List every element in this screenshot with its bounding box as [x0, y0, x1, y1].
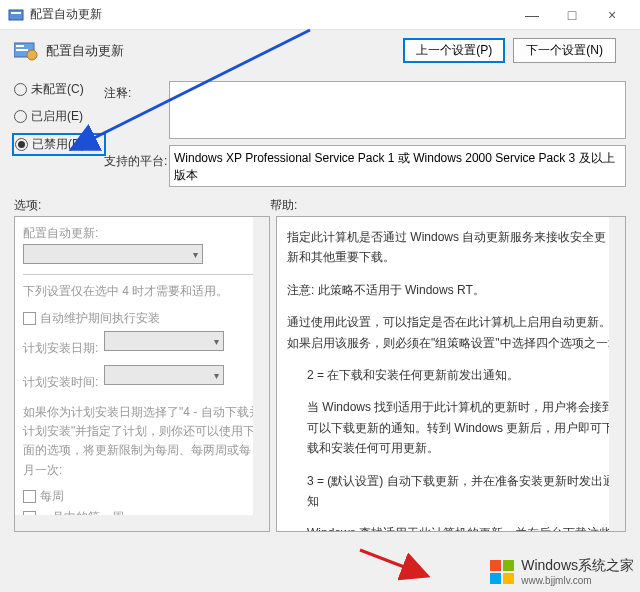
page-title: 配置自动更新 [46, 42, 403, 60]
radio-circle-icon [14, 83, 27, 96]
watermark-brand: Windows系统之家 [521, 557, 634, 575]
help-panel: 指定此计算机是否通过 Windows 自动更新服务来接收安全更新和其他重要下载。… [276, 216, 626, 532]
radio-label: 已启用(E) [31, 108, 83, 125]
install-time-label: 计划安装时间: [23, 374, 98, 391]
help-text: 当 Windows 找到适用于此计算机的更新时，用户将会接到可以下载更新的通知。… [287, 397, 615, 458]
install-date-label: 计划安装日期: [23, 340, 98, 357]
section-labels: 选项: 帮助: [0, 191, 640, 216]
help-text: 2 = 在下载和安装任何更新前发出通知。 [287, 365, 615, 385]
scrollbar-vertical[interactable] [609, 217, 625, 531]
svg-rect-1 [11, 12, 21, 14]
close-button[interactable]: × [592, 0, 632, 30]
platform-textarea [169, 145, 626, 187]
svg-rect-0 [9, 10, 23, 20]
options-paragraph: 如果你为计划安装日期选择了"4 - 自动下载并计划安装"并指定了计划，则你还可以… [23, 403, 261, 480]
help-text: 3 = (默认设置) 自动下载更新，并在准备安装更新时发出通知 [287, 471, 615, 512]
state-radios: 未配置(C) 已启用(E) 已禁用(D) [14, 75, 104, 154]
app-icon [8, 7, 24, 23]
checkbox-icon [23, 490, 36, 503]
svg-point-5 [27, 50, 37, 60]
svg-rect-3 [16, 45, 24, 47]
platform-label: 支持的平台: [104, 149, 169, 173]
annotation-arrow-red [355, 545, 445, 585]
options-label: 选项: [14, 197, 270, 214]
svg-rect-4 [16, 49, 28, 51]
nav-buttons: 上一个设置(P) 下一个设置(N) [403, 38, 616, 63]
checkbox-weekly[interactable]: 每周 [23, 488, 261, 505]
checkbox-maintenance[interactable]: 自动维护期间执行安装 [23, 310, 261, 327]
field-labels: 注释: 支持的平台: [104, 75, 169, 173]
prev-setting-button[interactable]: 上一个设置(P) [403, 38, 505, 63]
help-text: 指定此计算机是否通过 Windows 自动更新服务来接收安全更新和其他重要下载。 [287, 227, 615, 268]
window-title: 配置自动更新 [30, 6, 512, 23]
radio-not-configured[interactable]: 未配置(C) [14, 81, 104, 98]
svg-rect-8 [490, 560, 501, 571]
titlebar: 配置自动更新 — □ × [0, 0, 640, 30]
svg-line-7 [360, 550, 425, 575]
chevron-down-icon: ▾ [193, 249, 198, 260]
panels: 配置自动更新: ▾ 下列设置仅在选中 4 时才需要和适用。 自动维护期间执行安装… [0, 216, 640, 532]
help-text: 通过使用此设置，可以指定是否在此计算机上启用自动更新。如果启用该服务，则必须在"… [287, 312, 615, 353]
help-text: Windows 查找适用于此计算机的更新，并在后台下载这些更新（在此过程中，用户… [287, 523, 615, 532]
minimize-button[interactable]: — [512, 0, 552, 30]
checkbox-label: 每周 [40, 488, 64, 505]
radio-label: 未配置(C) [31, 81, 84, 98]
options-note: 下列设置仅在选中 4 时才需要和适用。 [23, 283, 261, 300]
scrollbar-vertical[interactable] [253, 217, 269, 531]
config-row: 未配置(C) 已启用(E) 已禁用(D) 注释: 支持的平台: [0, 71, 640, 191]
maximize-button[interactable]: □ [552, 0, 592, 30]
watermark-text: Windows系统之家 www.bjjmlv.com [521, 557, 634, 586]
window-controls: — □ × [512, 0, 632, 30]
radio-circle-icon [14, 110, 27, 123]
svg-rect-10 [490, 573, 501, 584]
windows-logo-icon [488, 558, 516, 586]
options-title: 配置自动更新: [23, 225, 261, 242]
comment-label: 注释: [104, 81, 169, 105]
install-time-combo[interactable]: ▾ [104, 365, 224, 385]
install-date-combo[interactable]: ▾ [104, 331, 224, 351]
field-values [169, 75, 626, 187]
policy-icon [14, 41, 38, 61]
chevron-down-icon: ▾ [214, 336, 219, 347]
options-panel: 配置自动更新: ▾ 下列设置仅在选中 4 时才需要和适用。 自动维护期间执行安装… [14, 216, 270, 532]
svg-rect-9 [503, 560, 514, 571]
radio-label: 已禁用(D) [32, 136, 85, 153]
chevron-down-icon: ▾ [214, 370, 219, 381]
header: 配置自动更新 上一个设置(P) 下一个设置(N) [0, 30, 640, 71]
divider [23, 274, 261, 275]
checkbox-icon [23, 312, 36, 325]
comment-textarea[interactable] [169, 81, 626, 139]
update-config-combo[interactable]: ▾ [23, 244, 203, 264]
checkbox-label: 自动维护期间执行安装 [40, 310, 160, 327]
watermark: Windows系统之家 www.bjjmlv.com [488, 557, 634, 586]
next-setting-button[interactable]: 下一个设置(N) [513, 38, 616, 63]
scrollbar-horizontal[interactable] [15, 515, 269, 531]
watermark-url: www.bjjmlv.com [521, 575, 634, 586]
radio-disabled[interactable]: 已禁用(D) [14, 135, 104, 154]
radio-circle-icon [15, 138, 28, 151]
svg-rect-11 [503, 573, 514, 584]
help-text: 注意: 此策略不适用于 Windows RT。 [287, 280, 615, 300]
radio-enabled[interactable]: 已启用(E) [14, 108, 104, 125]
help-label: 帮助: [270, 197, 297, 214]
